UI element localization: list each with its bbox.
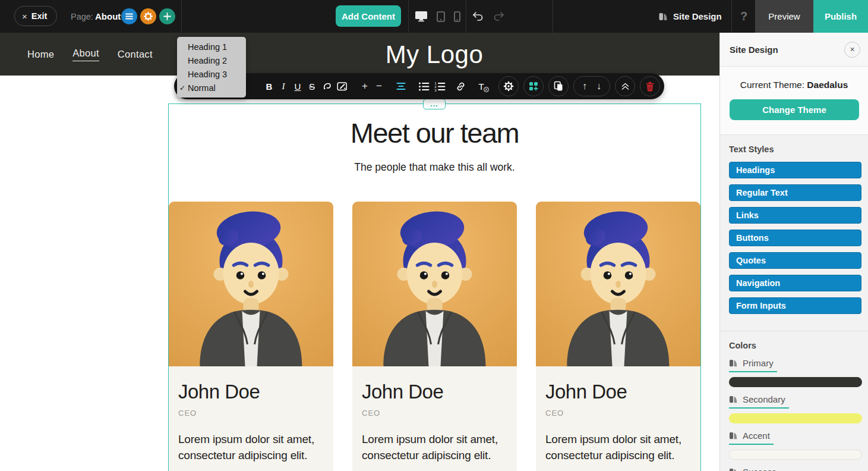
page-label: Page: (71, 0, 93, 33)
theme-name: Daedalus (807, 80, 848, 90)
duplicate-button[interactable] (548, 76, 569, 96)
redo-icon[interactable] (493, 11, 504, 21)
page-settings-button[interactable] (140, 8, 156, 24)
divider (466, 0, 466, 33)
section-drag-handle[interactable]: ... (423, 99, 446, 109)
divider (553, 0, 553, 33)
team-cards-row: John Doe CEO Lorem ipsum dolor sit amet,… (169, 202, 700, 471)
card-role[interactable]: CEO (545, 409, 691, 417)
panel-title: Site Design (730, 45, 778, 55)
exit-label: Exit (31, 11, 48, 21)
style-button-navigation[interactable]: Navigation (729, 275, 861, 291)
card-name[interactable]: John Doe (362, 381, 507, 403)
text-color-icon[interactable] (321, 81, 332, 92)
section-heading[interactable]: Meet our team (169, 117, 700, 149)
page-menu-button[interactable] (121, 8, 137, 24)
card-description[interactable]: Lorem ipsum dolor sit amet, consectetur … (178, 432, 324, 464)
team-card[interactable]: John Doe CEO Lorem ipsum dolor sit amet,… (169, 202, 333, 471)
accent-swatch[interactable] (729, 450, 862, 460)
theme-section: Current Theme: Daedalus Change Theme (720, 67, 868, 135)
color-accent-button[interactable]: Accent (729, 431, 774, 445)
element-settings-button[interactable] (498, 76, 519, 96)
add-content-button[interactable]: Add Content (336, 5, 401, 27)
style-button-links[interactable]: Links (729, 207, 861, 224)
editor-window: × Exit Page: About (0, 0, 868, 471)
move-down-icon[interactable]: ↓ (596, 81, 601, 92)
collapse-button[interactable] (615, 76, 635, 96)
add-page-button[interactable] (159, 8, 175, 24)
style-button-form-inputs[interactable]: Form Inputs (729, 297, 861, 314)
style-option-heading2[interactable]: Heading 2 (177, 54, 246, 67)
color-primary-button[interactable]: Primary (729, 358, 777, 372)
bold-icon[interactable]: B (262, 81, 276, 92)
exit-button[interactable]: × Exit (14, 6, 57, 26)
style-button-buttons[interactable]: Buttons (729, 230, 861, 246)
card-body: John Doe CEO Lorem ipsum dolor sit amet,… (169, 366, 333, 471)
hamburger-icon (125, 13, 133, 20)
style-button-headings[interactable]: Headings (729, 162, 861, 178)
team-section[interactable]: Meet our team The people that make this … (168, 103, 701, 471)
color-item-secondary: Secondary (729, 394, 859, 423)
text-styles-title: Text Styles (729, 145, 859, 154)
nav-link-about[interactable]: About (72, 48, 99, 61)
color-secondary-button[interactable]: Secondary (729, 394, 789, 409)
card-description[interactable]: Lorem ipsum dolor sit amet, consectetur … (362, 432, 507, 464)
strikethrough-icon[interactable]: S (305, 81, 319, 92)
style-button-regular-text[interactable]: Regular Text (729, 184, 861, 201)
top-bar: × Exit Page: About (0, 0, 868, 33)
align-center-icon[interactable] (396, 81, 406, 91)
highlight-icon[interactable] (337, 81, 348, 92)
team-card[interactable]: John Doe CEO Lorem ipsum dolor sit amet,… (536, 202, 700, 471)
card-role[interactable]: CEO (178, 409, 324, 417)
site-design-toggle[interactable]: Site Design (658, 0, 722, 33)
move-element-control: ↑ ↓ (573, 76, 610, 96)
publish-button[interactable]: Publish (813, 0, 868, 33)
trash-icon (645, 81, 655, 92)
desktop-icon[interactable] (415, 11, 428, 22)
primary-swatch[interactable] (729, 377, 862, 387)
move-up-icon[interactable]: ↑ (582, 81, 587, 92)
add-block-button[interactable] (523, 76, 544, 96)
delete-button[interactable] (640, 76, 660, 96)
panel-close-button[interactable]: × (844, 42, 860, 58)
secondary-swatch[interactable] (729, 413, 862, 423)
preview-button[interactable]: Preview (755, 0, 813, 33)
team-card[interactable]: John Doe CEO Lorem ipsum dolor sit amet,… (352, 202, 517, 471)
undo-icon[interactable] (472, 11, 484, 21)
numbered-list-icon[interactable]: 123 (434, 81, 446, 92)
link-icon[interactable] (455, 81, 466, 92)
avatar-image (169, 202, 333, 366)
tablet-icon[interactable] (437, 11, 445, 22)
site-logo[interactable]: My Logo (386, 33, 484, 76)
history-controls (472, 0, 504, 33)
decrease-font-icon[interactable]: − (372, 80, 386, 92)
style-option-heading3[interactable]: Heading 3 (177, 67, 246, 81)
paragraph-style-dropdown: Heading 1 Heading 2 Heading 3 ✓ Normal (177, 37, 246, 98)
bullet-list-icon[interactable] (418, 81, 430, 92)
italic-icon[interactable]: I (276, 81, 291, 92)
underline-icon[interactable]: U (291, 81, 305, 92)
color-success-button[interactable]: Success (729, 467, 780, 471)
style-option-heading1[interactable]: Heading 1 (177, 40, 246, 54)
plus-icon (163, 12, 171, 20)
nav-link-contact[interactable]: Contact (118, 49, 153, 60)
mobile-icon[interactable] (454, 11, 460, 22)
color-item-primary: Primary (729, 358, 859, 387)
increase-font-icon[interactable]: + (358, 80, 372, 92)
card-description[interactable]: Lorem ipsum dolor sit amet, consectetur … (545, 432, 691, 464)
card-role[interactable]: CEO (362, 409, 507, 417)
site-design-label: Site Design (673, 11, 722, 21)
style-option-normal[interactable]: ✓ Normal (177, 81, 246, 95)
duplicate-icon (554, 81, 564, 92)
help-button[interactable]: ? (737, 0, 751, 33)
card-name[interactable]: John Doe (178, 381, 324, 403)
color-item-accent: Accent (729, 431, 859, 460)
style-button-quotes[interactable]: Quotes (729, 252, 861, 269)
card-name[interactable]: John Doe (545, 381, 691, 403)
site-nav-links: Home About Contact (27, 33, 153, 76)
swatch-deck-icon (729, 431, 738, 440)
nav-link-home[interactable]: Home (27, 49, 54, 60)
change-theme-button[interactable]: Change Theme (730, 99, 859, 120)
clear-formatting-icon[interactable]: T (474, 81, 489, 92)
section-subtitle[interactable]: The people that make this all work. (169, 161, 700, 174)
